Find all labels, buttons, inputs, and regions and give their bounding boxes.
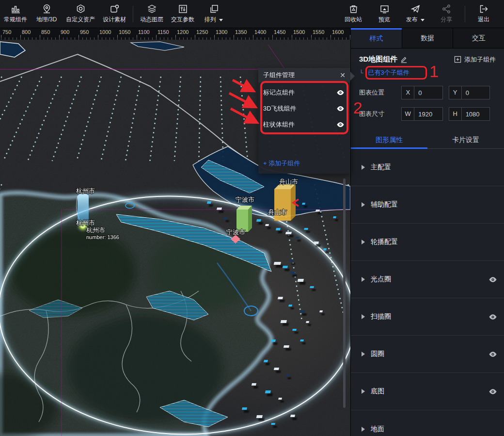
caret-right-icon[interactable] [362,427,365,432]
map-label-number: number: 1366 [86,234,119,240]
toolbar-item-layers[interactable]: 动态图层 [136,0,167,28]
canvas-scrollbar[interactable] [343,178,346,408]
section-轮播配置[interactable]: 轮播配置 [351,224,504,261]
section-主配置[interactable]: 主配置 [351,149,504,186]
size-h-input[interactable]: H 1080 [449,107,490,121]
inner-tab-卡片设置[interactable]: 卡片设置 [427,131,504,148]
size-w-input[interactable]: W 1920 [401,107,442,121]
map-canvas[interactable]: 杭州市 杭州市 杭州市 number: 1366 宁波市 宁波市 舟山市 舟山市… [0,0,350,436]
position-x-input[interactable]: X 0 [401,86,442,99]
tab-数据[interactable]: 数据 [402,28,453,48]
bar-chart-icon [11,4,21,14]
ruler-label: 1500 [293,29,305,35]
field-value[interactable]: 0 [414,89,442,97]
chevron-down-icon [219,19,223,21]
section-辅助配置[interactable]: 辅助配置 [351,186,504,224]
toolbar-item-bar-chart[interactable]: 常规组件 [0,0,31,28]
ruler-label: 750 [2,29,11,35]
close-icon[interactable]: ✕ [340,72,346,79]
eye-icon[interactable] [488,388,497,395]
ruler-label: 1400 [254,29,266,35]
eye-icon[interactable] [336,106,345,112]
map-label: 宁波市 [236,196,254,203]
settings-sidebar: 样式数据交互 3D地图组件 添加子组件 [350,28,504,436]
subcomponent-item[interactable]: 标记点组件 [258,84,350,100]
ruler-label: 800 [22,29,31,35]
toolbar-divider [133,6,133,22]
field-key: Y [449,86,462,99]
toolbar-item-shape-asset[interactable]: 设计素材 [99,0,130,28]
subcomponent-item[interactable]: 3D飞线组件 [258,100,350,116]
caret-right-icon[interactable] [362,240,365,244]
caret-right-icon[interactable] [362,352,365,356]
toolbar-divider [465,6,465,22]
tab-样式[interactable]: 样式 [351,28,402,48]
eye-icon[interactable] [488,314,497,320]
ruler-label: 1000 [99,29,111,35]
panel-title: 子组件管理 [263,71,295,80]
caret-right-icon[interactable] [362,277,365,282]
subcomponent-item-label: 标记点组件 [263,88,295,97]
toolbar-item-preview[interactable]: 预览 [369,0,400,28]
field-value[interactable]: 1080 [462,111,489,118]
add-subcomponent-link[interactable]: + 添加子组件 [258,159,350,174]
share-icon [441,4,452,14]
section-扫描圈[interactable]: 扫描圈 [351,298,504,336]
property-sections: 主配置 辅助配置 轮播配置 光点圈 扫描圈 圆圈 底图 地面 [351,149,504,436]
marker-ningbo-column[interactable] [236,206,252,232]
map-scene-svg[interactable]: 杭州市 杭州市 杭州市 number: 1366 宁波市 宁波市 舟山市 舟山市 [0,0,350,436]
edit-pencil-icon[interactable] [400,56,408,63]
ruler-label: 1050 [119,29,130,35]
ruler-label: 900 [61,29,69,35]
arrange-icon [209,4,219,14]
section-label: 光点圈 [371,275,488,284]
caret-right-icon[interactable] [362,314,365,319]
caret-right-icon[interactable] [362,202,365,207]
toolbar-item-label: 排列 [205,16,223,24]
section-底图[interactable]: 底图 [351,373,504,410]
publish-icon [410,4,421,14]
section-label: 地面 [371,425,497,434]
existing-subcomponents-link[interactable]: 已有3个子组件 [366,67,411,78]
subcomponent-panel-titlebar: 子组件管理 ✕ [258,68,350,82]
toolbar-item-arrange[interactable]: 排列 [198,0,229,28]
section-label: 底图 [371,387,488,396]
map-label: 宁波市 [226,228,245,236]
map-label: 舟山市 [268,209,287,216]
field-value[interactable]: 1920 [414,111,442,118]
ruler-label: 1150 [158,29,169,35]
toolbar-item-map-pin[interactable]: 地理/3D [31,0,62,28]
toolbar-item-label: 退出 [478,16,489,24]
toolbar-item-label: 预览 [378,16,390,24]
ruler-label: 1550 [313,29,324,35]
position-y-input[interactable]: Y 0 [449,86,490,99]
tab-交互[interactable]: 交互 [453,28,504,48]
exit-icon [479,4,489,14]
toolbar-item-exit[interactable]: 退出 [468,0,499,28]
toolbar-item-label: 地理/3D [36,16,57,24]
caret-right-icon[interactable] [362,165,365,170]
ruler-label: 1300 [216,29,227,35]
chevron-down-icon [421,19,425,21]
eye-icon[interactable] [488,276,497,283]
property-tabs: 图形属性卡片设置 [351,131,504,149]
toolbar-item-publish[interactable]: 发布 [400,0,431,28]
toolbar-item-trash[interactable]: 回收站 [338,0,369,28]
subcomponent-item[interactable]: 柱状体组件 [258,116,350,132]
section-光点圈[interactable]: 光点圈 [351,261,504,298]
caret-right-icon[interactable] [362,389,365,394]
ruler-label: 850 [41,29,50,35]
section-圆圈[interactable]: 圆圈 [351,336,504,373]
field-value[interactable]: 0 [462,89,489,97]
section-label: 轮播配置 [371,238,497,246]
eye-icon[interactable] [336,90,345,96]
inner-tab-图形属性[interactable]: 图形属性 [351,131,427,148]
toolbar-item-sliders[interactable]: 交互参数 [167,0,198,28]
component-title: 3D地图组件 [359,55,397,64]
section-地面[interactable]: 地面 [351,410,504,436]
ruler-label: 950 [80,29,89,35]
eye-icon[interactable] [488,351,497,357]
eye-icon[interactable] [336,122,345,128]
toolbar-item-hexagon[interactable]: 自定义资产 [62,0,99,28]
add-subcomponent-button[interactable]: 添加子组件 [454,55,496,64]
